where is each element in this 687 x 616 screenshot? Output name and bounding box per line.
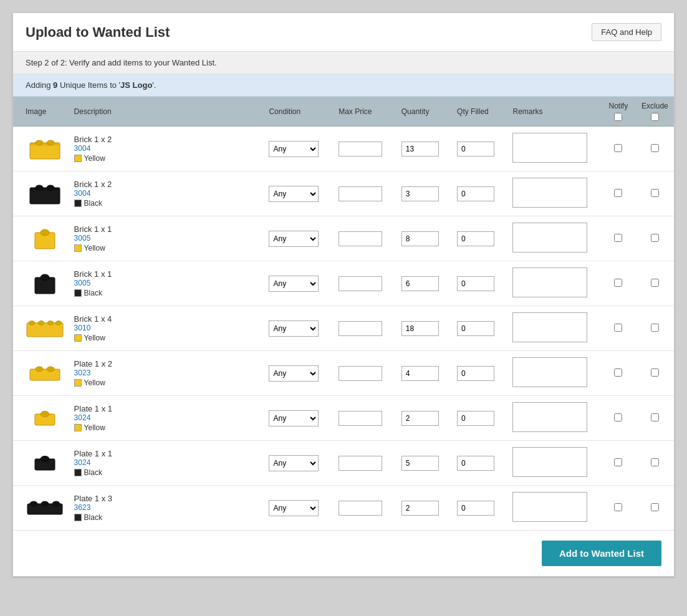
exclude-all-checkbox[interactable] [651,113,659,121]
exclude-checkbox[interactable] [651,368,659,377]
table-row: Plate 1 x 2 3023 Yellow Any New Used [13,351,674,396]
info-post: '. [152,80,156,90]
item-remarks-cell [509,441,600,486]
exclude-checkbox[interactable] [651,324,659,332]
item-price-cell [335,441,398,486]
max-price-input[interactable] [339,501,382,516]
item-part-id[interactable]: 3005 [74,279,262,287]
notify-checkbox[interactable] [614,189,622,197]
item-part-id[interactable]: 3004 [74,144,262,153]
table-row: Plate 1 x 1 3024 Yellow Any New Used [13,396,674,441]
exclude-checkbox[interactable] [651,144,659,152]
quantity-input[interactable] [401,231,439,246]
notify-checkbox[interactable] [614,324,622,332]
remarks-textarea[interactable] [512,223,587,253]
faq-help-button[interactable]: FAQ and Help [592,23,661,41]
condition-select[interactable]: Any New Used [269,276,319,292]
item-qtyfilled-cell [453,486,509,531]
qty-filled-input[interactable] [457,276,494,291]
item-part-id[interactable]: 3024 [74,413,262,422]
quantity-input[interactable] [401,142,439,156]
qty-filled-input[interactable] [457,321,494,336]
item-part-id[interactable]: 3024 [74,458,262,467]
max-price-input[interactable] [339,276,382,291]
condition-select[interactable]: Any New Used [269,410,319,426]
exclude-checkbox[interactable] [651,279,659,287]
brick-image [26,330,64,340]
notify-checkbox[interactable] [614,279,622,287]
remarks-textarea[interactable] [512,312,587,342]
condition-select[interactable]: Any New Used [269,455,319,471]
item-part-id[interactable]: 3005 [74,234,262,243]
svg-point-11 [41,229,49,236]
exclude-checkbox[interactable] [651,458,659,466]
notify-checkbox[interactable] [614,368,622,377]
max-price-input[interactable] [339,321,382,336]
notify-checkbox[interactable] [614,413,622,421]
remarks-textarea[interactable] [512,178,587,208]
condition-select[interactable]: Any New Used [269,231,319,247]
quantity-input[interactable] [401,321,439,336]
remarks-textarea[interactable] [512,133,587,163]
item-qtyfilled-cell [453,441,509,486]
svg-rect-1 [30,143,60,145]
item-exclude-cell [636,351,674,396]
item-notify-cell [601,306,636,351]
exclude-checkbox[interactable] [651,189,659,197]
quantity-input[interactable] [401,276,439,291]
remarks-textarea[interactable] [512,492,587,522]
remarks-textarea[interactable] [512,402,587,432]
remarks-textarea[interactable] [512,357,587,387]
quantity-input[interactable] [401,186,439,201]
notify-checkbox[interactable] [614,503,622,511]
item-qty-cell [398,306,453,351]
item-name: Brick 1 x 1 [74,224,112,234]
color-swatch [74,469,82,476]
exclude-checkbox[interactable] [651,503,659,511]
condition-select[interactable]: Any New Used [269,500,319,516]
condition-select[interactable]: Any New Used [269,365,319,382]
notify-checkbox[interactable] [614,458,622,466]
max-price-input[interactable] [339,186,382,201]
condition-select[interactable]: Any New Used [269,320,319,337]
qty-filled-input[interactable] [457,411,494,426]
item-image-cell [13,441,70,486]
qty-filled-input[interactable] [457,456,494,471]
max-price-input[interactable] [339,366,382,381]
qty-filled-input[interactable] [457,501,494,516]
notify-all-checkbox[interactable] [614,113,622,121]
item-part-id[interactable]: 3023 [74,368,262,377]
item-qty-cell [398,261,453,306]
remarks-textarea[interactable] [512,267,587,297]
color-swatch [74,244,82,252]
item-image-cell [13,261,70,306]
item-part-id[interactable]: 3010 [74,324,262,332]
item-desc-cell: Brick 1 x 1 3005 Black [70,261,266,306]
add-to-wanted-list-button[interactable]: Add to Wanted List [542,541,661,566]
item-remarks-cell [509,171,600,216]
max-price-input[interactable] [339,456,382,471]
exclude-checkbox[interactable] [651,234,659,242]
notify-checkbox[interactable] [614,144,622,152]
condition-select[interactable]: Any New Used [269,141,319,157]
qty-filled-input[interactable] [457,186,494,201]
item-price-cell [335,351,398,396]
qty-filled-input[interactable] [457,231,494,246]
notify-checkbox[interactable] [614,234,622,242]
quantity-input[interactable] [401,456,439,471]
quantity-input[interactable] [401,366,439,381]
step-bar: Step 2 of 2: Verify and add items to you… [13,52,674,74]
qty-filled-input[interactable] [457,142,494,156]
item-notify-cell [601,261,636,306]
item-part-id[interactable]: 3004 [74,189,262,198]
qty-filled-input[interactable] [457,366,494,381]
condition-select[interactable]: Any New Used [269,186,319,202]
max-price-input[interactable] [339,142,382,156]
max-price-input[interactable] [339,411,382,426]
item-part-id[interactable]: 3623 [74,503,262,512]
remarks-textarea[interactable] [512,447,587,477]
exclude-checkbox[interactable] [651,413,659,421]
quantity-input[interactable] [401,411,439,426]
max-price-input[interactable] [339,231,382,246]
quantity-input[interactable] [401,501,439,516]
